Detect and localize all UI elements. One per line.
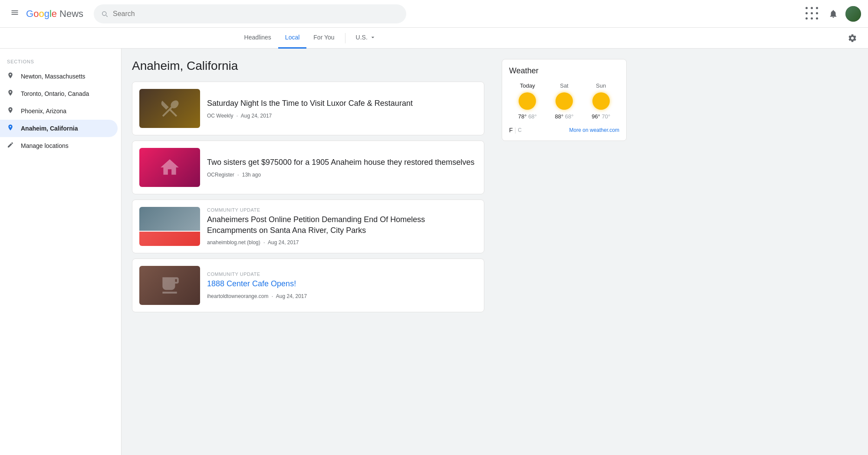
sidebar-item-phoenix[interactable]: Phoenix, Arizona	[0, 102, 118, 120]
header-actions	[804, 5, 861, 23]
nav-divider	[345, 33, 345, 43]
search-input[interactable]	[113, 10, 399, 18]
weather-card: Weather Today 78° 68° Sat 88° 68°	[502, 59, 627, 141]
article-body-3: COMMUNITY UPDATE Anaheimers Post Online …	[207, 207, 477, 246]
article-thumbnail-1	[139, 89, 200, 128]
article-tag-3: COMMUNITY UPDATE	[207, 207, 477, 213]
article-meta-2: OCRegister · 13h ago	[207, 172, 477, 178]
location-icon	[7, 89, 14, 98]
sidebar-item-toronto[interactable]: Toronto, Ontario, Canada	[0, 85, 118, 102]
article-title-2: Two sisters get $975000 for a 1905 Anahe…	[207, 157, 477, 168]
weather-title: Weather	[509, 66, 619, 75]
weather-temp-sun: 96° 70°	[592, 113, 610, 120]
article-body-2: Two sisters get $975000 for a 1905 Anahe…	[207, 157, 477, 177]
tab-headlines[interactable]: Headlines	[237, 28, 278, 49]
weather-unit-c[interactable]: C	[518, 127, 522, 133]
manage-locations-label: Manage locations	[21, 142, 69, 149]
weather-unit-f[interactable]: F	[509, 127, 513, 134]
weather-day-label-today: Today	[520, 82, 535, 89]
google-news-logo[interactable]: Google News	[26, 8, 83, 20]
weather-days: Today 78° 68° Sat 88° 68° Sun	[509, 82, 619, 120]
sidebar-location-label: Phoenix, Arizona	[21, 108, 66, 115]
article-body-4: COMMUNITY UPDATE 1888 Center Cafe Opens!…	[207, 272, 477, 299]
weather-day-label-sun: Sun	[596, 82, 606, 89]
article-title-1: Saturday Night Is the Time to Visit Luxo…	[207, 98, 477, 109]
app-header: Google News	[0, 0, 868, 28]
search-bar[interactable]	[94, 4, 406, 23]
news-card-2[interactable]: Two sisters get $975000 for a 1905 Anahe…	[132, 141, 484, 194]
location-title: Anaheim, California	[132, 59, 484, 73]
bell-icon	[829, 9, 838, 19]
main-content: Anaheim, California Saturday Night Is th…	[122, 49, 495, 455]
news-card-3[interactable]: COMMUNITY UPDATE Anaheimers Post Online …	[132, 200, 484, 253]
menu-button[interactable]	[7, 5, 23, 23]
article-thumbnail-2	[139, 148, 200, 187]
tab-us[interactable]: U.S.	[349, 28, 383, 49]
article-meta-1: OC Weekly · Aug 24, 2017	[207, 113, 477, 119]
article-meta-3: anaheimblog.net (blog) · Aug 24, 2017	[207, 239, 477, 246]
tab-for-you[interactable]: For You	[306, 28, 341, 49]
main-layout: SECTIONS Newton, Massachusetts Toronto, …	[0, 49, 868, 455]
sun-icon-sun	[592, 92, 610, 110]
sidebar-item-newton[interactable]: Newton, Massachusetts	[0, 68, 118, 85]
sidebar-location-label: Newton, Massachusetts	[21, 73, 85, 80]
news-card-1[interactable]: Saturday Night Is the Time to Visit Luxo…	[132, 82, 484, 135]
sidebar-location-label: Toronto, Ontario, Canada	[21, 90, 89, 97]
article-title-3: Anaheimers Post Online Petition Demandin…	[207, 214, 477, 236]
weather-today: Today 78° 68°	[518, 82, 537, 120]
apps-icon	[806, 7, 819, 21]
avatar[interactable]	[845, 6, 861, 22]
weather-sun: Sun 96° 70°	[592, 82, 610, 120]
weather-more-link[interactable]: More on weather.com	[569, 127, 619, 133]
weather-sat: Sat 88° 68°	[555, 82, 574, 120]
news-card-4[interactable]: COMMUNITY UPDATE 1888 Center Cafe Opens!…	[132, 259, 484, 312]
search-icon	[101, 10, 108, 18]
edit-icon	[7, 141, 14, 150]
weather-temp-sat: 88° 68°	[555, 113, 574, 120]
location-icon	[7, 72, 14, 81]
nav-tabs: Headlines Local For You U.S.	[0, 28, 868, 49]
settings-button[interactable]	[844, 29, 861, 47]
sun-icon-sat	[556, 92, 573, 110]
article-title-4: 1888 Center Cafe Opens!	[207, 278, 477, 289]
sidebar-item-manage-locations[interactable]: Manage locations	[0, 137, 118, 154]
article-thumbnail-4	[139, 266, 200, 305]
sidebar: SECTIONS Newton, Massachusetts Toronto, …	[0, 49, 122, 455]
article-thumbnail-3	[139, 207, 200, 246]
right-sidebar: Weather Today 78° 68° Sat 88° 68°	[495, 49, 634, 455]
sidebar-location-label: Anaheim, California	[21, 125, 78, 132]
nav-tabs-center: Headlines Local For You U.S.	[237, 28, 383, 49]
location-filled-icon	[7, 124, 14, 133]
gear-icon	[848, 33, 857, 43]
sidebar-item-anaheim[interactable]: Anaheim, California	[0, 120, 118, 137]
location-icon	[7, 107, 14, 115]
tab-local[interactable]: Local	[278, 28, 306, 49]
article-meta-4: iheartoldtowneorange.com · Aug 24, 2017	[207, 293, 477, 299]
weather-temp-today: 78° 68°	[518, 113, 537, 120]
weather-day-label-sat: Sat	[560, 82, 569, 89]
chevron-down-icon	[369, 34, 376, 41]
article-body-1: Saturday Night Is the Time to Visit Luxo…	[207, 98, 477, 118]
sun-icon-today	[519, 92, 536, 110]
notifications-button[interactable]	[825, 5, 842, 23]
sections-label: SECTIONS	[0, 56, 121, 68]
weather-units-row: F | C More on weather.com	[509, 127, 619, 134]
article-tag-4: COMMUNITY UPDATE	[207, 272, 477, 277]
app-grid-button[interactable]	[804, 5, 821, 23]
